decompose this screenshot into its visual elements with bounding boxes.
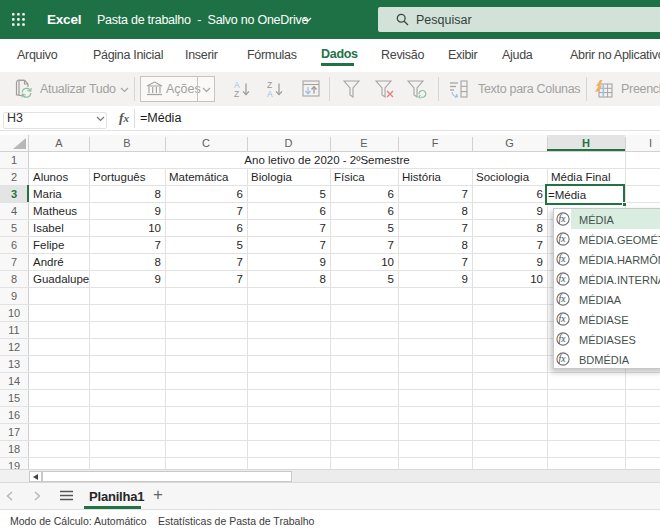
svg-text:fx: fx	[559, 274, 567, 284]
svg-text:fx: fx	[559, 334, 567, 344]
svg-text:fx: fx	[559, 354, 567, 364]
svg-text:Z: Z	[234, 89, 239, 98]
svg-text:fx: fx	[559, 214, 567, 224]
svg-text:fx: fx	[559, 234, 567, 244]
svg-text:fx: fx	[559, 314, 567, 324]
svg-text:fx: fx	[559, 254, 567, 264]
svg-text:fx: fx	[559, 294, 567, 304]
svg-text:A: A	[267, 89, 273, 98]
